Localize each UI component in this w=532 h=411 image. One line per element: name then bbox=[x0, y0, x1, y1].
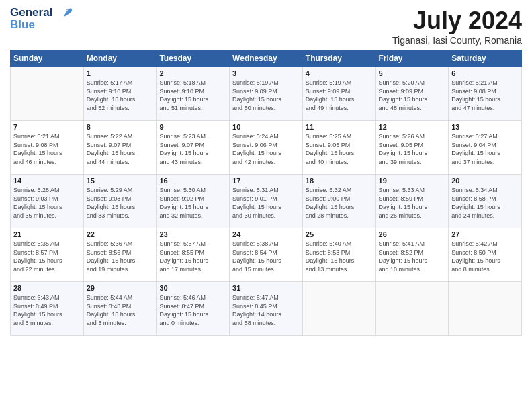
day-cell-2: 2Sunrise: 5:18 AM Sunset: 9:10 PM Daylig… bbox=[157, 67, 230, 121]
header-area: General Blue July 2024 Tiganasi, Iasi Co… bbox=[10, 7, 522, 46]
day-number: 5 bbox=[379, 69, 446, 77]
day-number: 28 bbox=[13, 284, 81, 292]
week-row-3: 14Sunrise: 5:28 AM Sunset: 9:03 PM Dayli… bbox=[11, 175, 522, 228]
day-cell-8: 8Sunrise: 5:22 AM Sunset: 9:07 PM Daylig… bbox=[83, 121, 157, 175]
day-cell-14: 14Sunrise: 5:28 AM Sunset: 9:03 PM Dayli… bbox=[11, 175, 84, 228]
day-cell-31: 31Sunrise: 5:47 AM Sunset: 8:45 PM Dayli… bbox=[230, 282, 303, 336]
day-number: 8 bbox=[87, 123, 154, 131]
day-info: Sunrise: 5:42 AM Sunset: 8:50 PM Dayligh… bbox=[451, 240, 519, 273]
day-number: 1 bbox=[87, 69, 154, 77]
day-cell-20: 20Sunrise: 5:34 AM Sunset: 8:58 PM Dayli… bbox=[449, 175, 522, 228]
day-number: 6 bbox=[451, 69, 519, 77]
day-cell-10: 10Sunrise: 5:24 AM Sunset: 9:06 PM Dayli… bbox=[230, 121, 303, 175]
day-cell-21: 21Sunrise: 5:35 AM Sunset: 8:57 PM Dayli… bbox=[11, 228, 84, 282]
day-info: Sunrise: 5:25 AM Sunset: 9:05 PM Dayligh… bbox=[306, 132, 373, 166]
day-number: 25 bbox=[306, 230, 373, 238]
day-number: 3 bbox=[232, 69, 300, 77]
day-info: Sunrise: 5:35 AM Sunset: 8:57 PM Dayligh… bbox=[13, 240, 81, 273]
day-cell-30: 30Sunrise: 5:46 AM Sunset: 8:47 PM Dayli… bbox=[157, 282, 230, 336]
day-info: Sunrise: 5:19 AM Sunset: 9:09 PM Dayligh… bbox=[232, 79, 300, 112]
day-cell-22: 22Sunrise: 5:36 AM Sunset: 8:56 PM Dayli… bbox=[83, 228, 157, 282]
day-info: Sunrise: 5:33 AM Sunset: 8:59 PM Dayligh… bbox=[379, 186, 446, 220]
day-info: Sunrise: 5:32 AM Sunset: 9:00 PM Dayligh… bbox=[306, 186, 373, 220]
location: Tiganasi, Iasi County, Romania bbox=[392, 35, 522, 46]
day-info: Sunrise: 5:17 AM Sunset: 9:10 PM Dayligh… bbox=[87, 79, 154, 112]
day-cell-13: 13Sunrise: 5:27 AM Sunset: 9:04 PM Dayli… bbox=[449, 121, 522, 175]
day-info: Sunrise: 5:46 AM Sunset: 8:47 PM Dayligh… bbox=[159, 293, 226, 327]
day-info: Sunrise: 5:23 AM Sunset: 9:07 PM Dayligh… bbox=[159, 132, 226, 166]
week-row-1: 1Sunrise: 5:17 AM Sunset: 9:10 PM Daylig… bbox=[11, 67, 522, 121]
day-number: 13 bbox=[451, 123, 519, 131]
day-number: 26 bbox=[379, 230, 446, 238]
week-row-2: 7Sunrise: 5:21 AM Sunset: 9:08 PM Daylig… bbox=[11, 121, 522, 175]
day-number: 27 bbox=[451, 230, 519, 238]
day-number: 24 bbox=[232, 230, 300, 238]
day-cell-11: 11Sunrise: 5:25 AM Sunset: 9:05 PM Dayli… bbox=[302, 121, 375, 175]
header-day-thursday: Thursday bbox=[302, 50, 375, 67]
day-info: Sunrise: 5:34 AM Sunset: 8:58 PM Dayligh… bbox=[451, 186, 519, 220]
day-info: Sunrise: 5:44 AM Sunset: 8:48 PM Dayligh… bbox=[87, 293, 154, 327]
logo: General Blue bbox=[10, 7, 72, 32]
day-number: 4 bbox=[306, 69, 373, 77]
day-info: Sunrise: 5:22 AM Sunset: 9:07 PM Dayligh… bbox=[87, 132, 154, 166]
day-number: 23 bbox=[159, 230, 226, 238]
day-info: Sunrise: 5:19 AM Sunset: 9:09 PM Dayligh… bbox=[306, 79, 373, 112]
day-info: Sunrise: 5:30 AM Sunset: 9:02 PM Dayligh… bbox=[159, 186, 226, 220]
day-cell-9: 9Sunrise: 5:23 AM Sunset: 9:07 PM Daylig… bbox=[157, 121, 230, 175]
day-info: Sunrise: 5:21 AM Sunset: 9:08 PM Dayligh… bbox=[451, 79, 519, 112]
day-number: 16 bbox=[159, 177, 226, 185]
day-cell-15: 15Sunrise: 5:29 AM Sunset: 9:03 PM Dayli… bbox=[83, 175, 157, 228]
day-number: 10 bbox=[232, 123, 300, 131]
day-info: Sunrise: 5:37 AM Sunset: 8:55 PM Dayligh… bbox=[159, 240, 226, 273]
day-number: 31 bbox=[232, 284, 300, 292]
day-number: 11 bbox=[306, 123, 373, 131]
day-cell-27: 27Sunrise: 5:42 AM Sunset: 8:50 PM Dayli… bbox=[449, 228, 522, 282]
day-number: 19 bbox=[379, 177, 446, 185]
day-info: Sunrise: 5:43 AM Sunset: 8:49 PM Dayligh… bbox=[13, 293, 81, 327]
page-container: General Blue July 2024 Tiganasi, Iasi Co… bbox=[0, 0, 532, 342]
day-info: Sunrise: 5:47 AM Sunset: 8:45 PM Dayligh… bbox=[232, 293, 300, 327]
day-cell-19: 19Sunrise: 5:33 AM Sunset: 8:59 PM Dayli… bbox=[375, 175, 449, 228]
day-info: Sunrise: 5:36 AM Sunset: 8:56 PM Dayligh… bbox=[87, 240, 154, 273]
day-info: Sunrise: 5:26 AM Sunset: 9:05 PM Dayligh… bbox=[379, 132, 446, 166]
day-cell-1: 1Sunrise: 5:17 AM Sunset: 9:10 PM Daylig… bbox=[83, 67, 157, 121]
day-number: 20 bbox=[451, 177, 519, 185]
day-info: Sunrise: 5:41 AM Sunset: 8:52 PM Dayligh… bbox=[379, 240, 446, 273]
day-number: 22 bbox=[87, 230, 154, 238]
day-cell-24: 24Sunrise: 5:38 AM Sunset: 8:54 PM Dayli… bbox=[230, 228, 303, 282]
header-day-friday: Friday bbox=[375, 50, 449, 67]
day-number: 9 bbox=[159, 123, 226, 131]
day-cell-12: 12Sunrise: 5:26 AM Sunset: 9:05 PM Dayli… bbox=[375, 121, 449, 175]
header-day-sunday: Sunday bbox=[11, 50, 84, 67]
day-cell-29: 29Sunrise: 5:44 AM Sunset: 8:48 PM Dayli… bbox=[83, 282, 157, 336]
empty-cell bbox=[302, 282, 375, 336]
header-day-monday: Monday bbox=[83, 50, 157, 67]
header-day-wednesday: Wednesday bbox=[230, 50, 303, 67]
day-cell-3: 3Sunrise: 5:19 AM Sunset: 9:09 PM Daylig… bbox=[230, 67, 303, 121]
day-info: Sunrise: 5:24 AM Sunset: 9:06 PM Dayligh… bbox=[232, 132, 300, 166]
day-cell-23: 23Sunrise: 5:37 AM Sunset: 8:55 PM Dayli… bbox=[157, 228, 230, 282]
day-cell-6: 6Sunrise: 5:21 AM Sunset: 9:08 PM Daylig… bbox=[449, 67, 522, 121]
day-number: 15 bbox=[87, 177, 154, 185]
title-area: July 2024 Tiganasi, Iasi County, Romania bbox=[392, 7, 522, 46]
day-number: 7 bbox=[13, 123, 81, 131]
day-cell-4: 4Sunrise: 5:19 AM Sunset: 9:09 PM Daylig… bbox=[302, 67, 375, 121]
day-number: 14 bbox=[13, 177, 81, 185]
day-info: Sunrise: 5:29 AM Sunset: 9:03 PM Dayligh… bbox=[87, 186, 154, 220]
day-info: Sunrise: 5:20 AM Sunset: 9:09 PM Dayligh… bbox=[379, 79, 446, 112]
day-cell-7: 7Sunrise: 5:21 AM Sunset: 9:08 PM Daylig… bbox=[11, 121, 84, 175]
calendar-table: SundayMondayTuesdayWednesdayThursdayFrid… bbox=[10, 50, 522, 336]
day-number: 12 bbox=[379, 123, 446, 131]
day-number: 29 bbox=[87, 284, 154, 292]
day-number: 17 bbox=[232, 177, 300, 185]
day-info: Sunrise: 5:38 AM Sunset: 8:54 PM Dayligh… bbox=[232, 240, 300, 273]
day-info: Sunrise: 5:40 AM Sunset: 8:53 PM Dayligh… bbox=[306, 240, 373, 273]
day-cell-16: 16Sunrise: 5:30 AM Sunset: 9:02 PM Dayli… bbox=[157, 175, 230, 228]
day-cell-17: 17Sunrise: 5:31 AM Sunset: 9:01 PM Dayli… bbox=[230, 175, 303, 228]
day-number: 21 bbox=[13, 230, 81, 238]
header-day-saturday: Saturday bbox=[449, 50, 522, 67]
header-day-tuesday: Tuesday bbox=[157, 50, 230, 67]
day-info: Sunrise: 5:18 AM Sunset: 9:10 PM Dayligh… bbox=[159, 79, 226, 112]
day-info: Sunrise: 5:31 AM Sunset: 9:01 PM Dayligh… bbox=[232, 186, 300, 220]
day-cell-25: 25Sunrise: 5:40 AM Sunset: 8:53 PM Dayli… bbox=[302, 228, 375, 282]
